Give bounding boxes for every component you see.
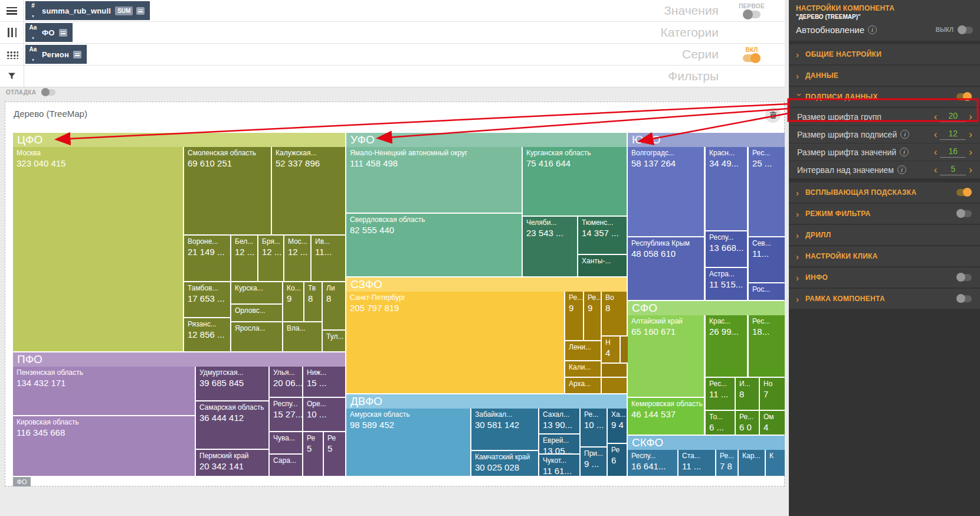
- field-pill-series[interactable]: Aa ▾ Регион: [25, 45, 87, 64]
- setting-value[interactable]: 20: [940, 111, 966, 122]
- treemap-group-header[interactable]: ЮФО: [628, 133, 785, 147]
- treemap-cell[interactable]: Кемеровская область46 144 537: [628, 398, 704, 435]
- treemap-cell[interactable]: Ре...9: [584, 292, 601, 340]
- section-toggle[interactable]: [956, 274, 972, 281]
- panel-section-рамка-компонента[interactable]: ›РАМКА КОМПОНЕНТА: [789, 289, 980, 309]
- grid-icon-cell[interactable]: [0, 44, 24, 65]
- delete-component-button[interactable]: [765, 107, 781, 123]
- treemap-cell[interactable]: То...6 ...: [706, 411, 735, 435]
- treemap-cell[interactable]: Еврей...13 05...: [539, 435, 579, 453]
- chevron-down-icon[interactable]: ▾: [32, 58, 34, 63]
- treemap-cell[interactable]: Вороне...21 149 ...: [184, 236, 230, 281]
- treemap-cell[interactable]: Сара...: [270, 455, 302, 476]
- treemap-cell[interactable]: Ре6: [608, 444, 627, 476]
- treemap-cell[interactable]: Тул...: [323, 331, 345, 351]
- treemap-cell[interactable]: Ре5: [303, 432, 323, 476]
- treemap-cell[interactable]: Ко...9: [283, 282, 303, 321]
- treemap-cell[interactable]: Смоленская область69 610 251: [184, 147, 271, 234]
- treemap-cell[interactable]: Забайкал...30 581 142: [471, 409, 538, 450]
- treemap-cell[interactable]: Свердловская область82 555 440: [346, 214, 522, 276]
- treemap-cell[interactable]: Алтайский край65 160 671: [628, 315, 704, 397]
- treemap-cell[interactable]: Лени...: [565, 341, 601, 360]
- treemap-group-header[interactable]: ДВФО: [346, 394, 627, 409]
- treemap-group-header[interactable]: СКФО: [628, 436, 785, 450]
- treemap-cell[interactable]: Удмуртская...39 685 845: [196, 367, 268, 400]
- treemap-cell[interactable]: Оре...10 ...: [303, 398, 345, 431]
- treemap-cell[interactable]: Ханты-...: [578, 255, 627, 276]
- treemap-cell[interactable]: Ха...9 4: [608, 409, 627, 443]
- treemap-cell[interactable]: Респу...15 27...: [270, 398, 302, 431]
- treemap-cell[interactable]: Курска...: [231, 282, 282, 303]
- treemap-cell[interactable]: Кали...: [565, 361, 601, 377]
- decrement-icon[interactable]: ‹: [932, 165, 939, 175]
- increment-icon[interactable]: ›: [967, 112, 974, 122]
- treemap-cell[interactable]: Ив...11...: [312, 236, 345, 281]
- treemap-cell[interactable]: Ниж...15 ...: [303, 367, 345, 397]
- section-toggle[interactable]: [956, 189, 972, 196]
- filter-icon-cell[interactable]: [0, 66, 24, 87]
- treemap-cell[interactable]: Челяби...23 543 ...: [523, 217, 577, 276]
- field-pill-values[interactable]: # ▾ summa_rub_wnull SUM: [25, 1, 150, 20]
- treemap-cell[interactable]: Пермский край20 342 141: [196, 450, 268, 476]
- treemap-cell[interactable]: Ре...6 0: [736, 411, 759, 435]
- treemap-cell[interactable]: Ре...10 ...: [581, 409, 607, 446]
- treemap-cell[interactable]: Красн...34 49...: [706, 147, 747, 230]
- panel-section-общие-настройки[interactable]: ›ОБЩИЕ НАСТРОЙКИ: [789, 44, 980, 64]
- treemap-cell[interactable]: При...9 ...: [581, 448, 607, 476]
- treemap-cell[interactable]: Бря...12 ...: [258, 236, 283, 281]
- treemap-cell[interactable]: [621, 337, 628, 362]
- treemap-cell[interactable]: Чукот...11 61...: [539, 455, 579, 476]
- treemap-group-header[interactable]: СФО: [628, 301, 785, 315]
- treemap-cell[interactable]: Республика Крым48 058 610: [628, 237, 704, 300]
- chevron-down-icon[interactable]: ▾: [32, 36, 34, 41]
- info-icon[interactable]: i: [868, 25, 877, 34]
- treemap-cell[interactable]: Рес...18...: [749, 315, 785, 377]
- treemap-cell[interactable]: Мос...12 ...: [284, 236, 310, 281]
- treemap-cell[interactable]: Кировская область116 345 668: [13, 416, 195, 476]
- columns-icon-cell[interactable]: [0, 22, 24, 43]
- info-icon[interactable]: i: [897, 165, 906, 174]
- field-pill-categories[interactable]: Aa ▾ ФО: [25, 23, 73, 42]
- treemap-cell[interactable]: Вла...: [283, 322, 322, 351]
- decrement-icon[interactable]: ‹: [932, 112, 939, 122]
- section-toggle[interactable]: [956, 93, 972, 100]
- decrement-icon[interactable]: ‹: [932, 129, 939, 139]
- menu-icon[interactable]: [0, 0, 24, 21]
- treemap-cell[interactable]: Ли8: [323, 282, 345, 329]
- section-toggle[interactable]: [956, 295, 972, 302]
- treemap-cell[interactable]: Сев...11...: [749, 237, 785, 282]
- treemap-cell[interactable]: Во8: [602, 292, 627, 335]
- treemap-cell[interactable]: Камчатский край30 025 028: [471, 451, 538, 476]
- treemap-cell[interactable]: Кар...: [739, 450, 765, 476]
- treemap-cell[interactable]: Рес...25 ...: [749, 147, 785, 236]
- treemap-cell[interactable]: Ре...7 8: [716, 450, 738, 476]
- treemap-cell[interactable]: Пензенская область134 432 171: [13, 367, 195, 415]
- treemap-cell[interactable]: Рязанс...12 856 ...: [184, 318, 230, 351]
- setting-value[interactable]: 5: [940, 164, 966, 175]
- treemap-cell[interactable]: Тюменс...14 357 ...: [578, 217, 627, 254]
- field-format-icon[interactable]: [73, 51, 81, 58]
- treemap-cell[interactable]: Амурская область98 589 452: [346, 409, 470, 476]
- treemap-cell[interactable]: Санкт-Петербург205 797 819: [346, 292, 564, 393]
- treemap-cell[interactable]: Москва323 040 415: [13, 147, 183, 351]
- setting-value[interactable]: 16: [940, 146, 966, 158]
- debug-toggle[interactable]: [41, 89, 55, 96]
- increment-icon[interactable]: ›: [967, 147, 974, 157]
- treemap-group-header[interactable]: ПФО: [13, 352, 345, 367]
- chevron-down-icon[interactable]: ▾: [32, 14, 34, 19]
- treemap-cell[interactable]: Рос...: [749, 283, 785, 300]
- panel-section-инфо[interactable]: ›ИНФО: [789, 267, 980, 288]
- pervoe-toggle[interactable]: [743, 11, 761, 18]
- panel-section-подписи-данных[interactable]: ›ПОДПИСИ ДАННЫХ: [789, 87, 980, 107]
- autoupdate-toggle[interactable]: [958, 27, 973, 34]
- treemap-cell[interactable]: Крас...26 99...: [706, 315, 747, 377]
- treemap-cell[interactable]: Ре5: [324, 432, 345, 476]
- treemap-cell[interactable]: К: [766, 450, 785, 476]
- section-toggle[interactable]: [956, 210, 972, 217]
- panel-section-дрилл[interactable]: ›ДРИЛЛ: [789, 225, 980, 245]
- panel-section-настройки-клика[interactable]: ›НАСТРОЙКИ КЛИКА: [789, 246, 980, 266]
- treemap-group-header[interactable]: УФО: [346, 133, 627, 147]
- info-icon[interactable]: i: [900, 148, 909, 156]
- panel-section-данные[interactable]: ›ДАННЫЕ: [789, 66, 980, 86]
- treemap-cell[interactable]: Чува...: [270, 432, 302, 453]
